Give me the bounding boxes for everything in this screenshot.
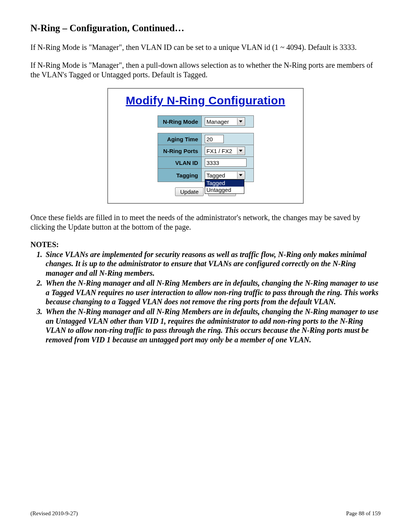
nring-ports-label: N-Ring Ports [158, 145, 201, 157]
aging-time-input[interactable]: 20 [205, 135, 224, 143]
tagging-label: Tagging [158, 169, 201, 182]
tagging-select[interactable]: Tagged [205, 171, 245, 179]
svg-marker-0 [239, 120, 242, 122]
note-item-2: When the N-Ring manager and all N-Ring M… [44, 278, 381, 306]
tagging-option-tagged[interactable]: Tagged [205, 180, 244, 187]
config-panel: Modify N-Ring Configuration N-Ring Mode … [107, 88, 304, 204]
mode-table: N-Ring Mode Manager [158, 115, 254, 128]
mode-select[interactable]: Manager [205, 117, 245, 126]
mode-label: N-Ring Mode [158, 116, 201, 128]
footer-revised: (Revised 2010-9-27) [30, 510, 78, 517]
notes-heading: NOTES: [30, 240, 381, 249]
mode-select-value: Manager [207, 118, 229, 125]
fields-table: Aging Time 20 N-Ring Ports FX1 / FX2 [158, 133, 254, 182]
nring-ports-value: FX1 / FX2 [207, 148, 233, 154]
svg-marker-1 [239, 150, 242, 152]
config-panel-title: Modify N-Ring Configuration [108, 94, 303, 107]
aging-time-label: Aging Time [158, 133, 201, 145]
update-button[interactable]: Update [175, 187, 203, 196]
vlan-id-input[interactable]: 3333 [205, 158, 247, 167]
nring-ports-select[interactable]: FX1 / FX2 [205, 147, 245, 155]
chevron-down-icon [237, 172, 244, 179]
chevron-down-icon [237, 147, 244, 154]
paragraph-tagging: If N-Ring Mode is "Manager", then a pull… [30, 61, 381, 80]
notes-list: Since VLANs are implemented for security… [30, 250, 381, 344]
chevron-down-icon [237, 118, 244, 125]
tagging-select-value: Tagged [207, 172, 225, 179]
vlan-id-label: VLAN ID [158, 157, 201, 169]
footer-page: Page 88 of 159 [346, 510, 381, 517]
section-title: N-Ring – Configuration, Continued… [30, 23, 381, 34]
svg-marker-2 [239, 174, 242, 176]
note-item-1: Since VLANs are implemented for security… [44, 250, 381, 278]
paragraph-vlan-id: If N-Ring Mode is "Manager", then VLAN I… [30, 43, 381, 52]
paragraph-save-hint: Once these fields are filled in to meet … [30, 213, 381, 232]
tagging-dropdown-list[interactable]: Tagged Untagged [205, 179, 244, 194]
tagging-option-untagged[interactable]: Untagged [205, 187, 244, 193]
note-item-3: When the N-Ring manager and all N-Ring M… [44, 307, 381, 344]
